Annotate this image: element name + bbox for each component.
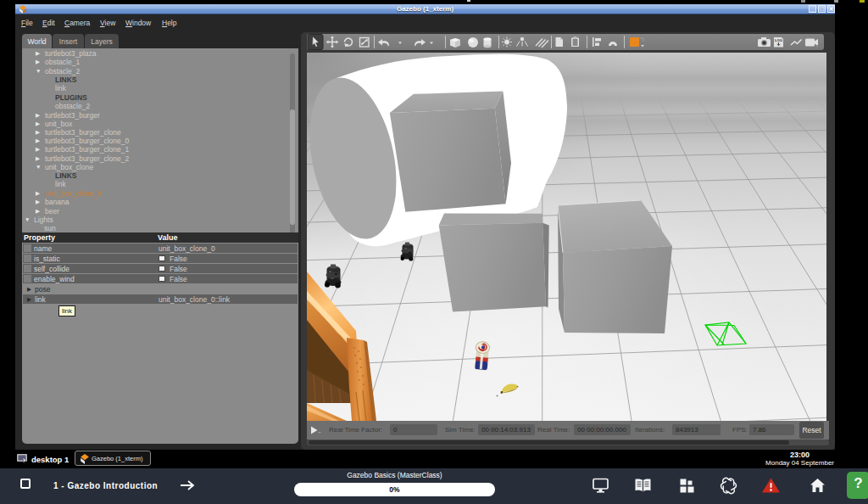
svg-text:LOG: LOG bbox=[775, 38, 782, 42]
